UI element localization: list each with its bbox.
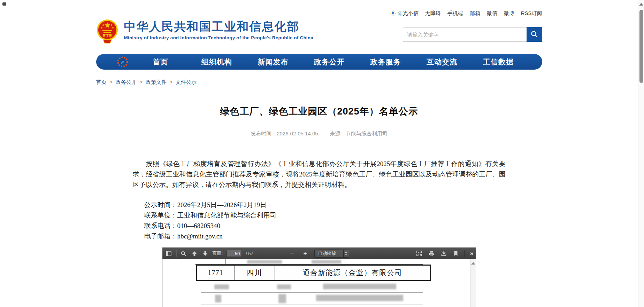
breadcrumb-separator: > (140, 79, 143, 85)
mascot-icon (390, 10, 396, 16)
redacted-text-block (247, 260, 282, 263)
article-meta: 发布时间：2026-02-05 14:05 来源：节能与综合利用司 (96, 131, 542, 137)
link-mail[interactable]: 邮箱 (470, 10, 480, 17)
site-title: 中华人民共和国工业和信息化部 (124, 19, 313, 33)
link-sunshine-mascot[interactable]: 阳光小信 (390, 10, 419, 17)
contact-info: 公示时间：2026年2月5日—2026年2月19日 联系单位：工业和信息化部节能… (133, 200, 506, 242)
sidebar-toggle-icon[interactable] (165, 250, 172, 257)
page-up-icon[interactable] (191, 250, 198, 257)
breadcrumb-gov-disclosure[interactable]: 政务公开 (116, 79, 137, 86)
publish-time: 发布时间：2026-02-05 14:05 (251, 131, 318, 136)
breadcrumb-separator: > (110, 79, 113, 85)
nav-item-gov-disclosure[interactable]: 政务公开 (301, 57, 358, 67)
zoom-mode-select[interactable]: 自动缩放 (314, 250, 349, 258)
row-province-cell: 四川 (235, 266, 275, 280)
article-body: 按照《绿色工厂梯度培育及管理暂行办法》《工业和信息化部办公厅关于开展2025年度… (133, 159, 506, 190)
article-title: 绿色工厂、绿色工业园区（2025年）名单公示 (96, 105, 542, 118)
miit-gear-icon: e (116, 56, 129, 68)
top-utility-links: 阳光小信 无障碍 手机端 邮箱 微信 微博 RSS订阅 (96, 10, 542, 17)
pdf-table-highlighted-row: 1771 四川 通合新能源（金堂）有限公司 (196, 265, 431, 281)
search-button[interactable] (527, 27, 542, 42)
screen-corner-artifact (2, 2, 6, 6)
more-tools-button[interactable]: » (470, 250, 473, 257)
breadcrumb: 首页 > 政务公开 > 政策文件 > 文件公示 (96, 79, 542, 86)
search-icon (530, 30, 538, 39)
breadcrumb-doc-publicity[interactable]: 文件公示 (176, 79, 197, 86)
scroll-up-arrow-icon[interactable] (639, 3, 643, 6)
page-down-icon[interactable] (202, 250, 209, 257)
print-icon[interactable] (428, 250, 435, 257)
pdf-page-canvas[interactable]: 1771 四川 通合新能源（金堂）有限公司 (162, 259, 476, 307)
title-divider (130, 124, 508, 124)
browser-scrollbar[interactable] (638, 0, 644, 307)
search-input[interactable] (403, 27, 527, 42)
redacted-text-block (312, 260, 341, 263)
row-company-cell: 通合新能源（金堂）有限公司 (275, 266, 430, 280)
nav-item-interaction[interactable]: 互动交流 (414, 57, 470, 67)
site-logo[interactable]: 中华人民共和国工业和信息化部 Ministry of Industry and … (96, 19, 313, 44)
bookmark-icon[interactable] (452, 250, 459, 257)
breadcrumb-separator: > (170, 79, 172, 85)
breadcrumb-home[interactable]: 首页 (96, 79, 107, 86)
publicity-period: 公示时间：2026年2月5日—2026年2月19日 (144, 200, 506, 210)
link-weibo[interactable]: 微博 (504, 10, 514, 17)
page-number-input[interactable] (227, 250, 242, 257)
download-icon[interactable] (440, 250, 447, 257)
pdf-scrollbar[interactable] (470, 259, 476, 307)
select-arrows-icon (343, 250, 349, 257)
contact-phone: 联系电话：010—68205340 (144, 221, 506, 231)
page-label: 页面: (213, 250, 223, 257)
article-paragraph: 按照《绿色工厂梯度培育及管理暂行办法》《工业和信息化部办公厅关于开展2025年度… (133, 159, 506, 190)
link-accessibility[interactable]: 无障碍 (425, 10, 441, 17)
toolbar-divider (176, 250, 176, 257)
site-search (403, 27, 542, 42)
find-icon[interactable] (180, 250, 187, 257)
toolbar-divider (299, 250, 299, 257)
nav-item-data[interactable]: 工信数据 (470, 57, 527, 67)
zoom-mode-value: 自动缩放 (315, 250, 343, 257)
svg-text:e: e (121, 58, 124, 66)
breadcrumb-policy-docs[interactable]: 政策文件 (146, 79, 167, 86)
zoom-out-button[interactable]: − (289, 250, 296, 257)
contact-email: 电子邮箱：hbc@miit.gov.cn (144, 231, 506, 242)
pdf-table-partial-row (195, 259, 423, 265)
pdf-scroll-up-icon[interactable] (471, 262, 475, 265)
row-id-cell: 1771 (197, 266, 235, 280)
nav-item-news[interactable]: 新闻发布 (245, 57, 301, 67)
scrollbar-thumb[interactable] (639, 10, 643, 83)
main-navigation: e 首页 组织机构 新闻发布 政务公开 政务服务 互动交流 工信数据 (96, 54, 542, 70)
contact-unit: 联系单位：工业和信息化部节能与综合利用司 (144, 210, 506, 221)
link-mobile[interactable]: 手机端 (447, 10, 463, 17)
national-emblem-icon (96, 19, 118, 44)
article-source: 来源：节能与综合利用司 (330, 131, 388, 136)
top-link-label: 阳光小信 (398, 10, 419, 17)
pdf-table-censored-rows (201, 282, 423, 307)
zoom-in-button[interactable]: + (302, 250, 308, 257)
page-count: / 57 (246, 251, 253, 256)
link-rss[interactable]: RSS订阅 (521, 10, 542, 17)
site-header: 阳光小信 无障碍 手机端 邮箱 微信 微博 RSS订阅 (96, 0, 542, 47)
page-area: 阳光小信 无障碍 手机端 邮箱 微信 微博 RSS订阅 (0, 0, 638, 307)
site-subtitle: Ministry of Industry and Information Tec… (124, 35, 313, 40)
pdf-viewer: 页面: / 57 − + 自动缩放 (162, 247, 476, 307)
pdf-toolbar: 页面: / 57 − + 自动缩放 (162, 247, 476, 259)
nav-item-home[interactable]: 首页 (132, 57, 189, 67)
toolbar-divider (465, 250, 465, 257)
presentation-mode-icon[interactable] (416, 250, 423, 257)
link-wechat[interactable]: 微信 (487, 10, 497, 17)
nav-item-gov-services[interactable]: 政务服务 (358, 57, 414, 67)
nav-item-organization[interactable]: 组织机构 (189, 57, 245, 67)
